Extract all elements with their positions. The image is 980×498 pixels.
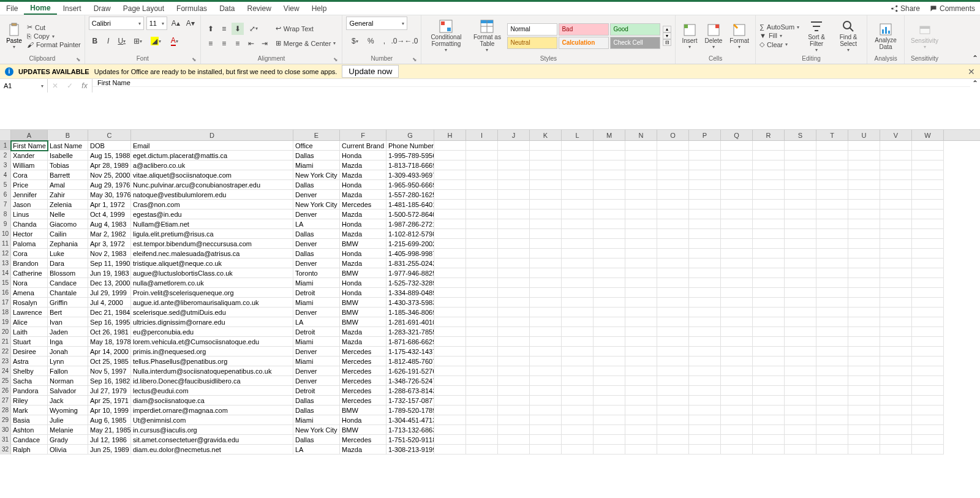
cell[interactable] bbox=[625, 307, 657, 317]
cell[interactable] bbox=[657, 219, 689, 229]
cell[interactable]: augue@luctuslobortisClass.co.uk bbox=[131, 268, 293, 278]
cell[interactable] bbox=[785, 376, 816, 386]
cell[interactable] bbox=[912, 190, 944, 200]
cell[interactable] bbox=[689, 386, 721, 396]
column-header[interactable]: V bbox=[880, 130, 912, 140]
cell[interactable] bbox=[880, 288, 912, 298]
cell[interactable]: Wyoming bbox=[48, 406, 88, 415]
cell[interactable] bbox=[498, 396, 530, 406]
cell[interactable] bbox=[753, 141, 785, 151]
cell[interactable] bbox=[657, 415, 689, 425]
cell[interactable] bbox=[848, 288, 880, 298]
cell[interactable] bbox=[816, 347, 848, 357]
cell[interactable]: BMW bbox=[340, 239, 386, 249]
cell[interactable] bbox=[530, 357, 562, 366]
cell[interactable] bbox=[753, 278, 785, 288]
wrap-text-button[interactable]: ↩ Wrap Text bbox=[273, 23, 339, 35]
cell[interactable] bbox=[816, 288, 848, 298]
cell[interactable] bbox=[466, 376, 498, 386]
cell[interactable] bbox=[466, 415, 498, 425]
cell[interactable]: nulla@ametlorem.co.uk bbox=[131, 278, 293, 288]
cell[interactable]: scelerisque.sed@utmiDuis.edu bbox=[131, 307, 293, 317]
cell[interactable] bbox=[848, 229, 880, 239]
cell[interactable] bbox=[689, 366, 721, 376]
update-now-button[interactable]: Update now bbox=[342, 65, 399, 78]
cell[interactable] bbox=[721, 386, 753, 396]
cell[interactable] bbox=[498, 347, 530, 357]
cell[interactable] bbox=[434, 258, 466, 268]
cell[interactable]: Dec 21, 1984 bbox=[88, 307, 131, 317]
cell[interactable] bbox=[785, 317, 816, 327]
cell[interactable]: 1-557-280-1625 bbox=[386, 190, 434, 200]
cell[interactable]: 1-871-686-6629 bbox=[386, 337, 434, 347]
cell[interactable] bbox=[912, 298, 944, 307]
style-normal[interactable]: Normal bbox=[507, 23, 557, 36]
cell[interactable] bbox=[434, 317, 466, 327]
borders-button[interactable]: ⊞▾ bbox=[129, 35, 146, 47]
cell[interactable]: 1-995-789-5956 bbox=[386, 151, 434, 160]
cell[interactable]: Honda bbox=[340, 219, 386, 229]
cell[interactable]: BMW bbox=[340, 425, 386, 435]
cell[interactable] bbox=[689, 190, 721, 200]
cell[interactable] bbox=[530, 190, 562, 200]
cell[interactable] bbox=[912, 278, 944, 288]
cell[interactable] bbox=[816, 249, 848, 258]
row-header[interactable]: 25 bbox=[0, 376, 11, 386]
cell[interactable]: Proin.velit@scelerisqueneque.org bbox=[131, 288, 293, 298]
cell[interactable] bbox=[625, 415, 657, 425]
cell[interactable] bbox=[721, 278, 753, 288]
cell[interactable]: Brandon bbox=[11, 258, 48, 268]
cell[interactable]: Zahir bbox=[48, 190, 88, 200]
cell[interactable] bbox=[753, 347, 785, 357]
cell[interactable] bbox=[657, 357, 689, 366]
cell[interactable]: Isabelle bbox=[48, 151, 88, 160]
cell[interactable] bbox=[912, 249, 944, 258]
cell[interactable] bbox=[816, 317, 848, 327]
find-select-button[interactable]: Find & Select▾ bbox=[834, 19, 863, 53]
cell[interactable]: Salvador bbox=[48, 386, 88, 396]
cell[interactable]: Sep 16, 1995 bbox=[88, 317, 131, 327]
cell[interactable]: Lawrence bbox=[11, 307, 48, 317]
cell[interactable]: Apr 3, 1972 bbox=[88, 239, 131, 249]
cell[interactable] bbox=[466, 298, 498, 307]
cell[interactable] bbox=[657, 317, 689, 327]
cell[interactable] bbox=[912, 229, 944, 239]
cell[interactable] bbox=[848, 307, 880, 317]
fill-color-button[interactable]: ◢▾ bbox=[148, 35, 165, 47]
cell[interactable] bbox=[625, 435, 657, 445]
fill-button[interactable]: ▼ Fill ▾ bbox=[760, 32, 799, 39]
cell[interactable]: 1-283-321-7855 bbox=[386, 327, 434, 337]
cell[interactable] bbox=[753, 170, 785, 180]
cell[interactable] bbox=[721, 435, 753, 445]
cell[interactable] bbox=[721, 288, 753, 298]
cell[interactable] bbox=[721, 249, 753, 258]
cell[interactable]: Mercedes bbox=[340, 200, 386, 209]
cell[interactable] bbox=[657, 288, 689, 298]
cell[interactable] bbox=[562, 435, 594, 445]
cell[interactable] bbox=[912, 445, 944, 455]
format-as-table-button[interactable]: Format as Table▾ bbox=[469, 19, 505, 53]
cell[interactable] bbox=[434, 415, 466, 425]
cell[interactable] bbox=[753, 366, 785, 376]
cell[interactable] bbox=[657, 445, 689, 455]
cell[interactable]: Miami bbox=[293, 415, 340, 425]
cell[interactable] bbox=[848, 317, 880, 327]
cell[interactable]: Blossom bbox=[48, 268, 88, 278]
tab-data[interactable]: Data bbox=[213, 2, 241, 15]
cell[interactable] bbox=[816, 396, 848, 406]
row-header[interactable]: 17 bbox=[0, 298, 11, 307]
cell[interactable] bbox=[912, 327, 944, 337]
cell[interactable] bbox=[880, 239, 912, 249]
cell[interactable]: Nulla.interdum@sociisnatoquepenatibus.co… bbox=[131, 366, 293, 376]
cell[interactable] bbox=[434, 278, 466, 288]
cell[interactable] bbox=[594, 141, 625, 151]
column-header[interactable]: C bbox=[88, 130, 131, 140]
column-header[interactable]: Q bbox=[721, 130, 753, 140]
cell[interactable] bbox=[657, 200, 689, 209]
cell[interactable] bbox=[466, 396, 498, 406]
cell[interactable] bbox=[466, 307, 498, 317]
cell[interactable] bbox=[880, 406, 912, 415]
cell[interactable] bbox=[594, 190, 625, 200]
cell[interactable] bbox=[594, 347, 625, 357]
cell[interactable] bbox=[689, 288, 721, 298]
